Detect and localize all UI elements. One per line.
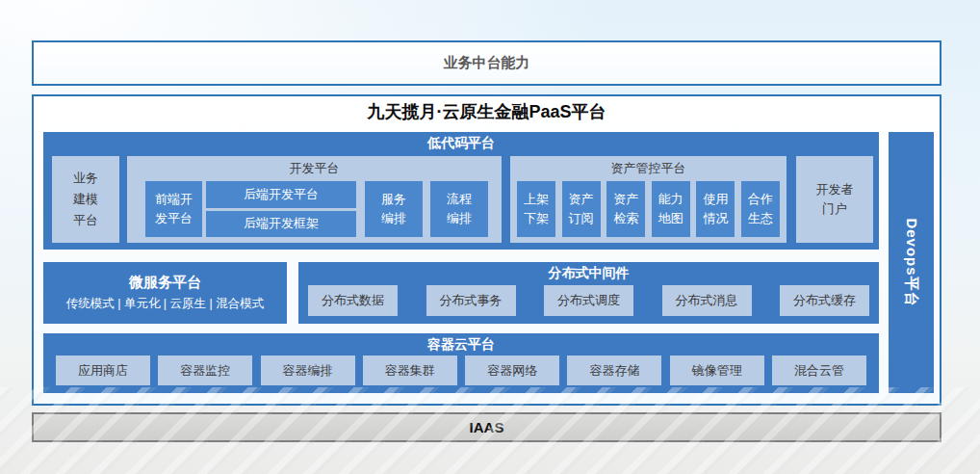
asset-item-line: 上架 xyxy=(524,190,549,209)
page-background: 业务中台能力 九天揽月·云原生金融PaaS平台 低代码平台 业务 建模 平台 开… xyxy=(0,0,980,474)
middleware-title: 分布式中间件 xyxy=(298,265,879,282)
frontend-dev-line: 发平台 xyxy=(155,209,193,228)
asset-item-line: 下架 xyxy=(524,209,549,228)
developer-portal-line: 开发者 xyxy=(816,180,854,199)
dev-platform-title: 开发平台 xyxy=(127,160,502,177)
low-code-section: 低代码平台 业务 建模 平台 开发平台 前端开 发平台 后端开发平台 后端开发框… xyxy=(43,132,879,250)
asset-control-title: 资产管控平台 xyxy=(510,160,787,177)
service-orchestration-line: 服务 xyxy=(381,190,406,209)
asset-control-row: 上架 下架 资产 订阅 资产 检索 能力 地图 xyxy=(517,181,780,237)
business-modeling-box: 业务 建模 平台 xyxy=(52,156,119,243)
devops-bar: Devops平台 xyxy=(889,132,934,393)
asset-item-line: 资产 xyxy=(613,190,638,209)
backend-dev-framework-box: 后端开发框架 xyxy=(206,211,356,237)
container-cloud-section: 容器云平台 应用商店 容器监控 容器编排 容器集群 容器网络 容器存储 镜像管理… xyxy=(43,333,879,393)
container-cloud-item: 容器监控 xyxy=(158,356,252,385)
container-cloud-item: 混合云管 xyxy=(772,356,866,385)
asset-item: 合作 生态 xyxy=(741,181,780,237)
asset-item: 能力 地图 xyxy=(652,181,690,237)
dev-platform-group: 开发平台 前端开 发平台 后端开发平台 后端开发框架 服务 编排 流程 编排 xyxy=(127,156,502,243)
microservice-section: 微服务平台 传统模式 | 单元化 | 云原生 | 混合模式 xyxy=(43,262,287,324)
middleware-item: 分布式缓存 xyxy=(780,285,869,316)
process-orchestration-box: 流程 编排 xyxy=(430,181,488,237)
backend-dev-platform-box: 后端开发平台 xyxy=(206,181,356,208)
asset-item-line: 情况 xyxy=(703,209,728,228)
service-orchestration-line: 编排 xyxy=(381,209,406,228)
process-orchestration-line: 流程 xyxy=(447,190,472,209)
low-code-title: 低代码平台 xyxy=(43,135,879,152)
asset-item-line: 检索 xyxy=(613,209,638,228)
middleware-section: 分布式中间件 分布式数据 分布式事务 分布式调度 分布式消息 分布式缓存 xyxy=(298,262,879,324)
asset-item: 使用 情况 xyxy=(696,181,735,237)
asset-item-line: 资产 xyxy=(569,190,594,209)
iaas-label: IAAS xyxy=(470,419,504,435)
business-midplatform-banner: 业务中台能力 xyxy=(32,40,941,86)
asset-item: 资产 订阅 xyxy=(562,181,601,237)
asset-item-line: 能力 xyxy=(658,190,683,209)
banner-label: 业务中台能力 xyxy=(444,54,530,72)
container-cloud-item: 容器编排 xyxy=(261,356,355,385)
asset-item: 上架 下架 xyxy=(517,181,555,237)
developer-portal-line: 门户 xyxy=(822,199,847,219)
container-cloud-item: 容器集群 xyxy=(363,356,457,385)
asset-item-line: 地图 xyxy=(658,209,683,228)
iaas-bar: IAAS xyxy=(32,412,941,442)
microservice-modes: 传统模式 | 单元化 | 云原生 | 混合模式 xyxy=(66,296,265,312)
asset-item-line: 生态 xyxy=(748,209,773,228)
container-cloud-item: 容器存储 xyxy=(567,356,661,385)
container-cloud-item: 镜像管理 xyxy=(670,356,764,385)
middleware-row: 分布式数据 分布式事务 分布式调度 分布式消息 分布式缓存 xyxy=(308,285,869,316)
asset-item: 资产 检索 xyxy=(606,181,645,237)
process-orchestration-line: 编排 xyxy=(447,209,472,228)
middleware-item: 分布式事务 xyxy=(426,285,516,316)
container-cloud-row: 应用商店 容器监控 容器编排 容器集群 容器网络 容器存储 镜像管理 混合云管 xyxy=(56,356,866,385)
asset-item-line: 使用 xyxy=(703,190,728,209)
paas-platform-panel: 九天揽月·云原生金融PaaS平台 低代码平台 业务 建模 平台 开发平台 前端开… xyxy=(32,94,941,406)
business-modeling-line: 业务 xyxy=(73,168,98,189)
asset-item-line: 合作 xyxy=(748,190,773,209)
container-cloud-title: 容器云平台 xyxy=(43,336,879,354)
frontend-dev-box: 前端开 发平台 xyxy=(145,181,202,237)
middleware-item: 分布式调度 xyxy=(544,285,633,316)
microservice-title: 微服务平台 xyxy=(129,274,201,292)
service-orchestration-box: 服务 编排 xyxy=(365,181,423,237)
container-cloud-item: 容器网络 xyxy=(465,356,559,385)
business-modeling-line: 平台 xyxy=(73,210,98,231)
devops-label: Devops平台 xyxy=(902,218,920,306)
container-cloud-item: 应用商店 xyxy=(56,356,150,385)
asset-item-line: 订阅 xyxy=(569,209,594,228)
business-modeling-line: 建模 xyxy=(73,189,98,210)
asset-control-group: 资产管控平台 上架 下架 资产 订阅 资产 检索 能力 xyxy=(510,156,787,243)
middleware-item: 分布式消息 xyxy=(662,285,752,316)
middleware-item: 分布式数据 xyxy=(308,285,398,316)
developer-portal-box: 开发者 门户 xyxy=(796,156,873,243)
frontend-dev-line: 前端开 xyxy=(155,190,193,209)
platform-title: 九天揽月·云原生金融PaaS平台 xyxy=(34,100,940,123)
